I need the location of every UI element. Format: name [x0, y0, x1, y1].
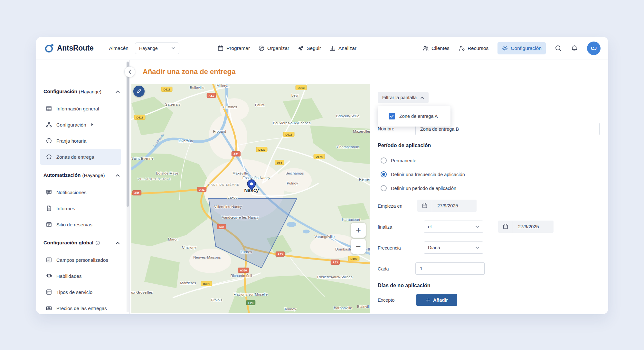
radio-circle[interactable]	[381, 157, 387, 164]
sidebar-section-configuracion-global[interactable]: Configuración global	[36, 236, 129, 249]
warehouse-select[interactable]: Hayange	[135, 43, 179, 54]
sidebar-item-label: Zonas de entrega	[56, 154, 94, 160]
svg-text:D913: D913	[298, 86, 305, 90]
map-label: Maxéville	[232, 171, 248, 175]
sidebar-item-notificaciones[interactable]: Notificaciones	[40, 184, 121, 200]
nav-clientes[interactable]: Clientes	[422, 45, 450, 52]
sidebar-item-label: Habilidades	[56, 273, 81, 279]
sidebar-item-label: Información general	[56, 106, 99, 111]
sidebar-item-campos-personalizados[interactable]: Campos personalizados	[40, 252, 121, 268]
map-label: Liverdun	[179, 139, 193, 143]
road-shield: D331	[201, 281, 212, 286]
clock-icon	[46, 137, 52, 144]
road-shield: A31	[207, 93, 216, 98]
main-area: Añadir una zona de entrega	[130, 60, 608, 314]
sidebar-scrollbar[interactable]	[127, 61, 129, 312]
map-label: Custines	[223, 105, 237, 109]
chevron-down-icon	[172, 47, 175, 49]
map-label: Thuilley-aux-Groseilles	[131, 290, 153, 294]
sidebar-item-precios-de-las-entregas[interactable]: Precios de las entregas	[40, 300, 121, 314]
map-label: Brin-sur-Seille	[336, 114, 359, 118]
frequency-select[interactable]: Diaria	[424, 241, 483, 254]
bell-icon[interactable]	[571, 45, 578, 52]
road-shield: D611	[134, 115, 145, 120]
draw-zone-tool[interactable]	[133, 86, 145, 97]
zoom-in-button[interactable]: +	[351, 223, 366, 238]
zone-a-checkbox[interactable]	[389, 113, 395, 119]
sidebar-item-franja-horaria[interactable]: Franja horaria	[40, 133, 121, 149]
map-label: Millery	[216, 84, 227, 88]
service-types-icon	[46, 289, 52, 295]
brand-logo[interactable]: AntsRoute	[44, 43, 94, 53]
scrollbar-thumb[interactable]	[127, 62, 129, 207]
sidebar-item-label: Configuración	[56, 122, 86, 128]
map-label: Ludres	[241, 250, 252, 254]
name-label: Nombre	[378, 126, 394, 131]
svg-text:E23: E23	[248, 301, 253, 305]
map-label: Saint-Étienne	[131, 156, 154, 160]
nav-configuracion[interactable]: Configuración	[497, 42, 546, 54]
map-label: Flavigny-sur-Moselle	[233, 292, 268, 296]
sidebar-item-informes[interactable]: Informes	[40, 200, 121, 216]
svg-text:A33: A33	[278, 253, 283, 256]
calendar-icon	[503, 224, 508, 230]
svg-text:D674: D674	[316, 155, 323, 158]
sidebar-item-habilidades[interactable]: Habilidades	[40, 268, 121, 284]
sidebar-item-informacion-general[interactable]: Información general	[40, 100, 121, 117]
road-shield: E23	[246, 300, 255, 305]
zoom-out-button[interactable]: −	[351, 239, 366, 254]
map-label: Pulnoy	[287, 181, 298, 185]
avatar[interactable]: CJ	[587, 42, 601, 55]
ends-label: finaliza	[378, 224, 392, 230]
back-button[interactable]	[124, 66, 135, 77]
nav-organizar[interactable]: Organizar	[258, 45, 289, 52]
end-date-value[interactable]: 27/9/2025	[513, 221, 544, 233]
end-date-picker[interactable]: 27/9/2025	[498, 221, 554, 233]
search-icon[interactable]	[555, 45, 562, 52]
svg-text:D400: D400	[350, 257, 357, 260]
nav-recursos[interactable]: Recursos	[459, 45, 488, 52]
svg-text:A31: A31	[199, 188, 205, 191]
start-date-value[interactable]: 27/9/2025	[432, 200, 463, 212]
svg-text:A31: A31	[134, 192, 140, 195]
sidebar-section-configuracion[interactable]: Configuración (Hayange)	[36, 85, 129, 98]
nav-seguir[interactable]: Seguir	[298, 45, 321, 52]
road-shield: D322	[256, 147, 267, 152]
section-title: Configuración	[43, 89, 77, 94]
sidebar-section-automatizacion[interactable]: Automatización (Hayange)	[36, 169, 129, 182]
submenu-arrow-icon	[91, 123, 94, 126]
filter-option-label[interactable]: Zone de entrega A	[399, 114, 438, 119]
calendar-button[interactable]	[498, 221, 513, 233]
start-date-picker[interactable]: 27/9/2025	[417, 200, 477, 212]
gear-icon	[502, 45, 508, 52]
sidebar-item-configuracion[interactable]: Configuración	[40, 117, 121, 133]
radio-permanente[interactable]: Permanente	[381, 157, 416, 164]
add-exception-button[interactable]: Añadir	[416, 294, 457, 306]
radio-circle[interactable]	[381, 185, 387, 191]
chevron-down-icon	[476, 247, 479, 249]
sidebar-item-sitio-de-reservas[interactable]: Sitio de reservas	[40, 216, 121, 232]
sidebar-item-tipos-de-servicio[interactable]: Tipos de servicio	[40, 284, 121, 300]
radio-circle-selected[interactable]	[381, 171, 387, 177]
ends-mode-select[interactable]: el	[424, 221, 483, 233]
calendar-button[interactable]	[417, 200, 432, 212]
nav-programar[interactable]: Programar	[217, 45, 250, 52]
filter-screen-button[interactable]: Filtrar la pantalla	[378, 92, 429, 103]
nav-label: Seguir	[307, 45, 321, 51]
sidebar: Configuración (Hayange) Información gene…	[36, 60, 130, 314]
chevron-up-icon[interactable]	[116, 90, 120, 93]
user-gear-icon	[459, 45, 465, 52]
chevron-up-icon[interactable]	[116, 242, 120, 244]
map-label: Saizerais	[165, 102, 180, 106]
sidebar-item-zonas-de-entrega[interactable]: Zonas de entrega	[40, 149, 121, 165]
map[interactable]: D611A31D913D611D913D322A31D83D674A31A31A…	[131, 84, 370, 313]
radio-frecuencia[interactable]: Definir una frecuencia de aplicación	[381, 171, 465, 177]
svg-text:D611: D611	[163, 88, 170, 91]
radio-periodo[interactable]: Definir un periodo de aplicación	[381, 185, 456, 191]
brand-name: AntsRoute	[57, 44, 94, 52]
every-value-input[interactable]	[416, 263, 484, 274]
chevron-up-icon[interactable]	[116, 174, 120, 177]
check-icon	[390, 115, 394, 118]
nav-analizar[interactable]: Analizar	[329, 45, 356, 52]
map-label: Mazerulles	[353, 129, 370, 133]
